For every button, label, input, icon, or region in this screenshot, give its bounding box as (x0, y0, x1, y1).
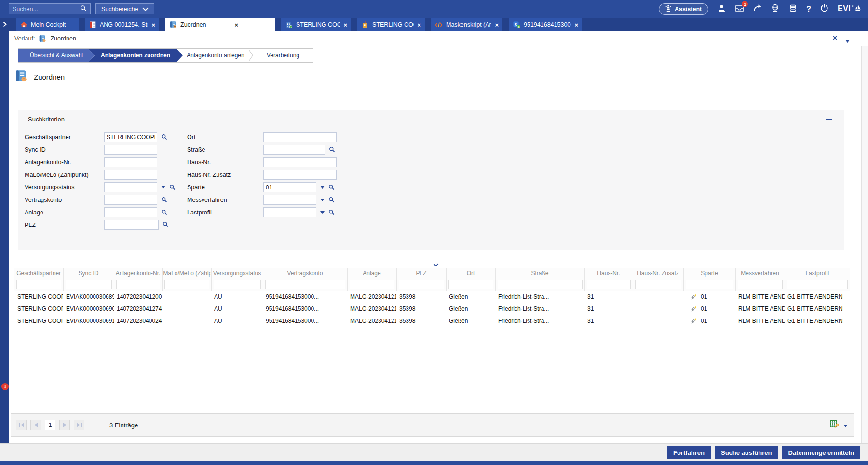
chevron-down-icon[interactable] (320, 199, 325, 201)
wizard-step-uebersicht-auswahl[interactable]: Übersicht & Auswahl (18, 49, 95, 62)
search-icon[interactable] (161, 197, 167, 203)
versorgungsstatus-field[interactable] (104, 182, 157, 192)
chevron-down-icon[interactable] (320, 186, 325, 189)
filter-input-plz[interactable] (399, 280, 444, 289)
tab-close-icon[interactable]: × (495, 22, 499, 28)
column-header-plz[interactable]: PLZ (396, 268, 446, 279)
filter-input-lastprofil[interactable] (787, 280, 848, 289)
column-header-haus-nr[interactable]: Haus-Nr. (584, 268, 633, 279)
tab-maskenskript-anlag[interactable]: Maskenskript (Anlag...× (431, 18, 502, 31)
search-icon[interactable] (161, 134, 167, 140)
table-row[interactable]: STERLING COOPE...EVIAK000003069014072023… (14, 303, 850, 315)
global-search[interactable] (9, 3, 91, 14)
column-header-sparte[interactable]: Sparte (683, 268, 735, 279)
search-icon[interactable] (329, 146, 335, 153)
column-header-anlagenkonto-nr[interactable]: Anlagenkonto-Nr. (114, 268, 162, 279)
column-header-lastprofil[interactable]: Lastprofil (785, 268, 850, 279)
error-count-badge[interactable]: 1 (1, 383, 9, 390)
tab-close-icon[interactable]: × (574, 22, 578, 28)
sync-id-field[interactable] (104, 145, 157, 155)
filter-input-messverfahren[interactable] (738, 280, 783, 289)
search-icon[interactable] (80, 5, 87, 13)
search-icon[interactable] (328, 209, 335, 215)
malo-melo-zaehlpunkt-field[interactable] (104, 170, 157, 180)
grid-settings-icon[interactable] (830, 420, 839, 430)
fortfahren-button[interactable]: Fortfahren (667, 446, 711, 459)
help-icon[interactable]: ? (806, 5, 811, 13)
splitter-collapse-icon[interactable] (433, 260, 439, 268)
lastprofil-field[interactable] (263, 207, 316, 217)
sparte-field[interactable] (263, 182, 316, 192)
assistent-button[interactable]: Assistent (659, 3, 708, 15)
tab-close-icon[interactable]: × (151, 22, 155, 28)
column-header-versorgungsstatus[interactable]: Versorgungsstatus (211, 268, 263, 279)
view-menu-chevron-icon[interactable] (845, 38, 850, 44)
grid-settings-chevron-icon[interactable] (843, 421, 848, 429)
tab-951941684153000451[interactable]: $B951941684153000451,...× (509, 18, 582, 31)
first-page-button[interactable] (16, 420, 27, 430)
current-page[interactable]: 1 (45, 420, 55, 430)
column-header-vertragskonto[interactable]: Vertragskonto (263, 268, 347, 279)
column-header-haus-nr-zusatz[interactable]: Haus-Nr. Zusatz (633, 268, 683, 279)
collapse-panel-button[interactable] (826, 119, 832, 120)
vertical-scrollbar[interactable] (861, 46, 868, 443)
filter-input-malo-melo-zaehlpu[interactable] (164, 280, 209, 289)
search-icon[interactable] (161, 209, 167, 215)
anlage-field[interactable] (104, 207, 157, 217)
globe-icon[interactable] (771, 4, 780, 13)
wizard-step-anlagenkonten-zuordnen[interactable]: Anlagenkonten zuordnen (88, 49, 183, 62)
column-header-geschaeftspartner[interactable]: Geschäftspartner (14, 268, 63, 279)
tabs-overflow-chevron-icon[interactable] (0, 18, 10, 31)
tab-zuordnen[interactable]: Zuordnen× (165, 18, 275, 31)
haus-nr-zusatz-field[interactable] (263, 170, 337, 180)
search-icon[interactable] (163, 221, 169, 228)
filter-input-haus-nr-zusatz[interactable] (635, 280, 681, 289)
tab-mein-cockpit[interactable]: Mein Cockpit (16, 18, 79, 31)
suchbereiche-button[interactable]: Suchbereiche (95, 3, 154, 14)
geschaeftspartner-field[interactable] (104, 132, 157, 142)
anlagenkonto-nr-field[interactable] (104, 157, 157, 167)
ort-field[interactable] (263, 132, 337, 142)
chevron-down-icon[interactable] (161, 186, 165, 189)
filter-input-strasse[interactable] (498, 280, 583, 289)
strasse-field[interactable] (263, 145, 325, 155)
chevron-down-icon[interactable] (320, 211, 325, 214)
vertragskonto-field[interactable] (104, 195, 157, 205)
haus-nr-field[interactable] (263, 157, 337, 167)
filter-input-vertragskonto[interactable] (265, 280, 345, 289)
wizard-step-verarbeitung[interactable]: Verarbeitung (253, 49, 313, 62)
prev-page-button[interactable] (30, 420, 41, 430)
filter-input-anlage[interactable] (350, 280, 394, 289)
column-header-anlage[interactable]: Anlage (347, 268, 396, 279)
verlauf-current-item[interactable]: Zuordnen (50, 35, 76, 42)
search-icon[interactable] (328, 184, 335, 190)
column-header-strasse[interactable]: Straße (495, 268, 584, 279)
inbox-icon[interactable]: 1 (735, 4, 744, 13)
wizard-step-anlagenkonto-anlegen[interactable]: Anlagenkonto anlegen (183, 49, 248, 62)
last-page-button[interactable] (74, 420, 84, 430)
redo-icon[interactable] (753, 4, 762, 13)
column-header-ort[interactable]: Ort (446, 268, 495, 279)
suche-ausfuehren-button[interactable]: Suche ausführen (715, 446, 778, 459)
tab-close-icon[interactable]: × (235, 22, 239, 28)
tab-sterling-cooper-g[interactable]: STERLING COOPER G...× (357, 18, 425, 31)
filter-input-versorgungsstatus[interactable] (214, 280, 261, 289)
user-icon[interactable] (717, 4, 726, 13)
table-row[interactable]: STERLING COOPE...EVIAK000003068914072023… (14, 291, 850, 303)
column-header-malo-melo-zaehlpu[interactable]: MaLo/MeLo (Zählpu (162, 268, 211, 279)
messverfahren-field[interactable] (263, 195, 316, 205)
filter-input-anlagenkonto-nr[interactable] (116, 280, 160, 289)
datenmenge-ermitteln-button[interactable]: Datenmenge ermitteln (782, 446, 860, 459)
plz-field[interactable] (104, 220, 159, 230)
search-input[interactable] (13, 6, 80, 13)
tab-close-icon[interactable]: × (343, 22, 347, 28)
filter-input-ort[interactable] (448, 280, 493, 289)
close-view-button[interactable]: × (833, 34, 837, 42)
table-row[interactable]: STERLING COOPE...EVIAK000003069114072023… (14, 315, 850, 327)
search-icon[interactable] (328, 197, 335, 203)
filter-input-geschaeftspartner[interactable] (16, 280, 61, 289)
column-header-sync-id[interactable]: Sync ID (63, 268, 114, 279)
stack-icon[interactable] (788, 4, 798, 13)
filter-input-sparte[interactable] (686, 280, 733, 289)
search-icon[interactable] (169, 184, 176, 190)
